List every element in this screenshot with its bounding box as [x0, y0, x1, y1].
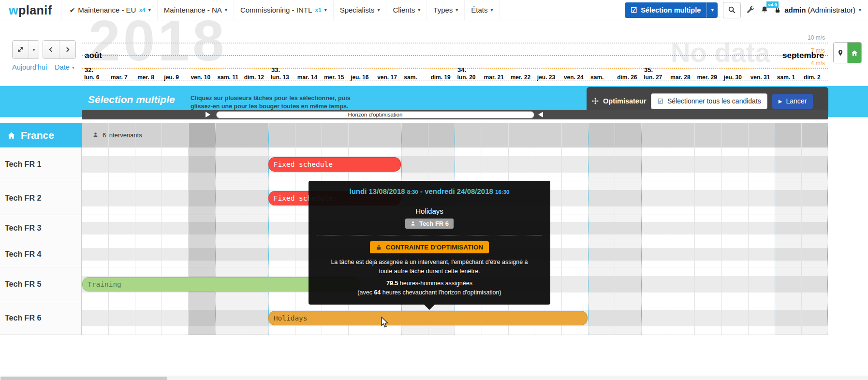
day-label: mar. 14 — [297, 74, 317, 81]
optimization-horizon-handle[interactable]: Horizon d'optimisation — [216, 111, 534, 118]
menu-count-badge: x4 — [139, 7, 145, 14]
week-number: 32. — [85, 66, 93, 73]
caret-down-icon: ▾ — [456, 7, 458, 13]
day-label: sam. 11 — [218, 74, 238, 81]
day-label: mer. 29 — [697, 74, 717, 81]
search-button[interactable] — [723, 2, 741, 18]
day-label: dim. 26 — [617, 74, 637, 81]
task-tooltip: lundi 13/08/2018 8:30 - vendredi 24/08/2… — [309, 181, 550, 305]
map-pin-button[interactable] — [834, 43, 848, 63]
launch-button[interactable]: ▶ Lancer — [772, 94, 813, 109]
row-content-1[interactable] — [82, 147, 828, 181]
menu-item--tats[interactable]: États▾ — [465, 0, 500, 20]
home-icon — [7, 131, 16, 140]
selection-multiple-label: Sélection multiple — [641, 6, 701, 14]
menu-label: Commissioning - INTL — [240, 6, 312, 14]
tooltip-task-name: Holidays — [317, 207, 542, 215]
checkbox-icon: ☑ — [657, 97, 663, 105]
menu-item-specialists[interactable]: Specialists▾ — [334, 0, 387, 20]
day-label: ven. 17 — [377, 74, 397, 81]
menu-item-clients[interactable]: Clients▾ — [386, 0, 427, 20]
selection-multiple-caret-button[interactable]: ▾ — [706, 2, 718, 18]
chevron-left-icon — [48, 46, 54, 53]
wplanif-app: wplanif ✔Maintenance - EUx4▾Maintenance … — [0, 0, 868, 380]
navbar-right: ☑ Sélection multiple ▾ v4.0 admin (Admin… — [625, 2, 861, 18]
task-bar-fixed-schedule[interactable]: Fixed schedule — [268, 157, 401, 172]
user-role: (Administrator) — [808, 6, 855, 14]
day-label: lun. 13 — [271, 74, 289, 81]
banner-description-line2: glissez-en une pour les bouger toutes en… — [191, 102, 351, 111]
caret-down-icon: ▾ — [32, 47, 35, 52]
constraint-title: CONTRAINTE D'OPTIMISATION — [386, 244, 484, 251]
menu-item-types[interactable]: Types▾ — [427, 0, 465, 20]
selection-multiple-button[interactable]: ☑ Sélection multiple — [625, 2, 706, 18]
banner-description-line1: Cliquez sur plusieurs tâches pour les sé… — [191, 94, 351, 102]
week-number: 34. — [457, 66, 466, 73]
logo-rest: planif — [18, 3, 52, 17]
tooltip-body-line1: La tâche est déjà assignée à un interven… — [317, 258, 542, 267]
month-label-september: septembre — [782, 51, 824, 60]
group-info-text: 6 intervenants — [103, 132, 142, 139]
previous-period-button[interactable] — [43, 41, 59, 58]
optimizer-menu[interactable]: Optimisateur — [591, 97, 646, 105]
horizon-arrow-left-icon[interactable] — [538, 112, 543, 117]
user-menu[interactable]: admin (Administrator) ▾ — [774, 6, 861, 14]
home-icon — [851, 49, 858, 57]
checkbox-icon: ☑ — [631, 6, 637, 14]
move-arrows-icon — [591, 97, 599, 105]
tooltip-date-range: lundi 13/08/2018 8:30 - vendredi 24/08/2… — [317, 187, 542, 195]
day-label: ven. 24 — [564, 74, 584, 81]
row-label-tech-fr-3: Tech FR 3 — [0, 215, 82, 241]
month-label-august: août — [85, 51, 102, 60]
menu-item-commissioning-intl[interactable]: Commissioning - INTLx1▾ — [234, 0, 334, 20]
day-label: ven. 31 — [750, 74, 770, 81]
date-quick-links: Aujourd'hui Date▾ — [12, 63, 74, 71]
menu-label: Maintenance - EU — [78, 6, 136, 14]
user-name: admin — [784, 6, 806, 14]
menu-item-maintenance-na[interactable]: Maintenance - NA▾ — [158, 0, 234, 20]
version-badge: v4.0 — [766, 1, 779, 8]
week-number: 35. — [644, 66, 653, 73]
row-slot-band — [82, 156, 828, 173]
group-info-strip: 6 intervenants — [82, 123, 828, 147]
main-menu: ✔Maintenance - EUx4▾Maintenance - NA▾Com… — [63, 0, 500, 20]
expand-range-button[interactable] — [13, 41, 29, 58]
day-label: dim. 19 — [430, 74, 450, 81]
row-label-tech-fr-1: Tech FR 1 — [0, 147, 82, 181]
timeline-header-region: ▾ Aujourd'hui Date▾ 2018 No data 10 m/s — [0, 20, 868, 86]
group-header-france[interactable]: France — [0, 123, 82, 147]
tooltip-hours: 79.5 heures-hommes assignées — [317, 280, 542, 287]
notifications-button[interactable]: v4.0 — [760, 5, 769, 15]
row-label-tech-fr-5: Tech FR 5 — [0, 267, 82, 301]
date-dropdown-link[interactable]: Date▾ — [55, 63, 74, 71]
tooltip-overlap: (avec 64 heures chevauchant l'horizon d'… — [317, 289, 542, 296]
home-view-button[interactable] — [848, 43, 861, 63]
day-label: ven. 10 — [191, 74, 210, 81]
task-bar-holidays[interactable]: Holidays — [268, 311, 588, 325]
app-logo[interactable]: wplanif — [9, 0, 61, 20]
row-label-tech-fr-6: Tech FR 6 — [0, 301, 82, 335]
settings-wrench-button[interactable] — [746, 6, 755, 15]
day-label: jeu. 30 — [724, 74, 742, 81]
day-label: mer. 8 — [137, 74, 154, 81]
horizon-arrow-right-icon[interactable] — [206, 112, 210, 117]
tooltip-body-line2: toute autre tâche durant cette fenêtre. — [317, 267, 542, 276]
tooltip-body: La tâche est déjà assignée à un interven… — [317, 258, 542, 277]
menu-label: Maintenance - NA — [164, 6, 222, 14]
timeline-scale: 2018 No data 10 m/s 7 m/s 4 m/s août sep… — [82, 20, 828, 86]
horizontal-scrollbar-thumb[interactable] — [0, 377, 167, 380]
day-label: mar. 21 — [484, 74, 504, 81]
windspeed-line-10 — [82, 43, 828, 44]
optimizer-label: Optimisateur — [603, 97, 646, 105]
banner-title: Sélection multiple — [88, 94, 175, 105]
range-caret-button[interactable]: ▾ — [29, 41, 39, 58]
windspeed-label-10: 10 m/s — [808, 34, 825, 41]
day-label: jeu. 23 — [537, 74, 555, 81]
next-period-button[interactable] — [59, 41, 75, 58]
day-label: mar. 28 — [670, 74, 690, 81]
windspeed-line-7 — [82, 55, 828, 56]
optimization-horizon-strip: Horizon d'optimisation — [82, 110, 828, 119]
select-all-candidates-button[interactable]: ☑ Sélectionner tous les candidats — [651, 93, 767, 109]
menu-item-maintenance-eu[interactable]: ✔Maintenance - EUx4▾ — [63, 0, 158, 20]
today-link[interactable]: Aujourd'hui — [12, 63, 47, 71]
